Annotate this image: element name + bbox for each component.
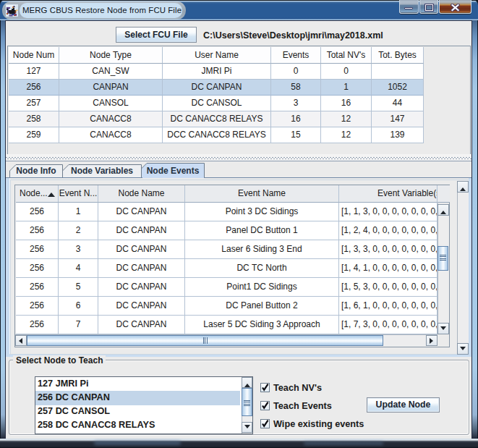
- svg-text:Node Events: Node Events: [147, 166, 200, 176]
- svg-text:Node Variables: Node Variables: [71, 166, 133, 176]
- svg-text:Node Info: Node Info: [16, 166, 56, 176]
